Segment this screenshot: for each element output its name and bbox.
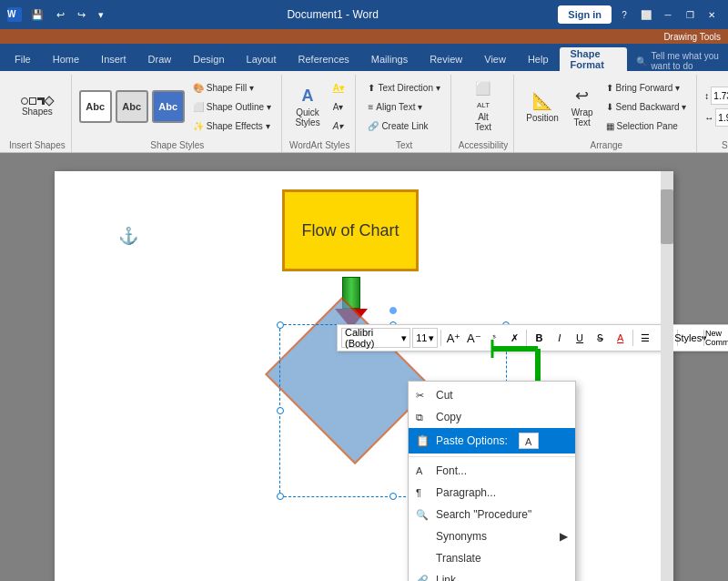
- tab-help[interactable]: Help: [517, 47, 560, 71]
- minimize-button[interactable]: ─: [659, 7, 677, 22]
- position-icon: 📐: [532, 91, 552, 111]
- customize-qat-button[interactable]: ▾: [95, 8, 107, 22]
- tell-me-area[interactable]: 🔍 Tell me what you want to do: [636, 51, 724, 71]
- ctx-paragraph[interactable]: ¶ Paragraph...: [409, 482, 575, 504]
- fill-icon: 🎨: [193, 83, 204, 93]
- toolbar-divider-1: [440, 330, 441, 346]
- ctx-font[interactable]: A Font...: [409, 460, 575, 482]
- bring-forward-button[interactable]: ⬆ Bring Forward ▾: [602, 78, 692, 97]
- wrap-icon: ↩: [575, 86, 589, 106]
- styles-button[interactable]: Styles▾: [681, 328, 701, 348]
- synonyms-arrow: ▶: [560, 530, 568, 543]
- group-size: ↕ ↔ Size: [699, 75, 728, 152]
- shape-fill-button[interactable]: 🎨 Shape Fill ▾: [188, 78, 276, 97]
- ctx-cut[interactable]: ✂ Cut: [409, 384, 575, 406]
- height-input[interactable]: [711, 87, 728, 105]
- flow-chart-text: Flow of Chart: [301, 221, 399, 240]
- ribbon-tabs: File Home Insert Draw Design Layout Refe…: [0, 44, 728, 71]
- document-page: ⚓ Flow of Chart: [55, 171, 673, 581]
- text-effects-button[interactable]: A▾: [329, 117, 349, 135]
- handle-bm[interactable]: [389, 493, 397, 500]
- ctx-cut-label: Cut: [436, 389, 453, 402]
- ctx-paste-options[interactable]: 📋 Paste Options: A: [409, 428, 575, 454]
- font-size-select[interactable]: 11 ▾: [412, 328, 438, 348]
- handle-ml[interactable]: [277, 407, 284, 414]
- text-fill-button[interactable]: A▾: [329, 78, 349, 97]
- accessibility-content: ⬜ALT AltText: [469, 75, 498, 138]
- font-name-select[interactable]: Calibri (Body) ▾: [341, 328, 410, 348]
- shape-style-2[interactable]: Abc: [116, 90, 148, 123]
- tab-references[interactable]: References: [288, 47, 360, 71]
- ctx-synonyms[interactable]: Synonyms ▶: [409, 525, 575, 547]
- text-fill-group: A▾ A▾ A▾: [329, 78, 349, 135]
- text-direction-button[interactable]: ⬆ Text Direction ▾: [363, 78, 444, 97]
- alt-text-button[interactable]: ⬜ALT AltText: [469, 81, 498, 132]
- width-icon: ↔: [704, 113, 713, 123]
- group-insert-shapes: Shapes Insert Shapes: [4, 75, 72, 152]
- restore-button[interactable]: ❐: [681, 7, 699, 22]
- search-ctx-icon: 🔍: [416, 509, 429, 521]
- flow-chart-box[interactable]: Flow of Chart: [282, 189, 419, 271]
- signin-button[interactable]: Sign in: [558, 5, 612, 24]
- ctx-link-label: Link: [436, 574, 456, 581]
- text-outline-button[interactable]: A▾: [329, 97, 349, 116]
- group-accessibility: ⬜ALT AltText Accessibility: [453, 75, 514, 152]
- drawing-tools-label: Drawing Tools: [663, 32, 721, 42]
- wrap-text-button[interactable]: ↩ WrapText: [567, 81, 598, 132]
- close-button[interactable]: ✕: [703, 7, 721, 22]
- wrap-label: WrapText: [571, 107, 593, 127]
- tell-me-text: Tell me what you want to do: [651, 51, 724, 71]
- ctx-translate[interactable]: Translate: [409, 547, 575, 569]
- accessibility-label: Accessibility: [459, 138, 508, 152]
- shape-effects-button[interactable]: ✨ Shape Effects ▾: [188, 117, 276, 135]
- tab-insert[interactable]: Insert: [90, 47, 137, 71]
- tab-home[interactable]: Home: [42, 47, 90, 71]
- tab-layout[interactable]: Layout: [236, 47, 288, 71]
- create-link-button[interactable]: 🔗 Create Link: [363, 117, 444, 135]
- quick-styles-button[interactable]: A QuickStyles: [290, 81, 324, 132]
- help-button[interactable]: ?: [615, 7, 633, 22]
- ctx-search[interactable]: 🔍 Search "Procedure": [409, 504, 575, 525]
- font-size-arrow: ▾: [429, 332, 434, 344]
- font-color-button[interactable]: A: [612, 328, 630, 348]
- shape-outline-button[interactable]: ⬜ Shape Outline ▾: [188, 97, 276, 116]
- handle-rotate[interactable]: [389, 307, 397, 314]
- size-content: ↕ ↔: [704, 75, 728, 138]
- send-backward-button[interactable]: ⬇ Send Backward ▾: [602, 97, 692, 116]
- vertical-scrollbar[interactable]: [661, 171, 673, 581]
- shape-style-1[interactable]: Abc: [79, 90, 112, 123]
- ctx-translate-label: Translate: [436, 552, 481, 565]
- shrink-font-button[interactable]: A⁻: [465, 328, 483, 348]
- shapes-button[interactable]: Shapes: [16, 81, 57, 132]
- align-text-button[interactable]: ≡ Align Text ▾: [363, 97, 444, 116]
- tab-mailings[interactable]: Mailings: [360, 47, 419, 71]
- width-input[interactable]: [715, 108, 728, 127]
- arrange-label: Arrange: [590, 138, 622, 152]
- ctx-link[interactable]: 🔗 Link: [409, 569, 575, 581]
- tab-shape-format[interactable]: Shape Format: [560, 47, 628, 71]
- handle-tl[interactable]: [277, 321, 284, 329]
- position-button[interactable]: 📐 Position: [521, 81, 563, 132]
- tab-file[interactable]: File: [4, 47, 42, 71]
- ribbon-display-button[interactable]: ⬜: [637, 7, 655, 22]
- underline-button[interactable]: U: [571, 328, 589, 348]
- tab-draw[interactable]: Draw: [137, 47, 183, 71]
- save-button[interactable]: 💾: [27, 8, 47, 22]
- handle-bl[interactable]: [277, 493, 284, 500]
- undo-button[interactable]: ↩: [53, 8, 68, 22]
- redo-button[interactable]: ↪: [74, 8, 89, 22]
- tab-review[interactable]: Review: [419, 47, 473, 71]
- grow-font-button[interactable]: A⁺: [444, 328, 462, 348]
- strikethrough-button[interactable]: S̶: [591, 328, 609, 348]
- size-label: Size: [722, 138, 728, 152]
- text-label: Text: [396, 138, 412, 152]
- ctx-copy[interactable]: ⧉ Copy: [409, 406, 575, 428]
- paste-option-icon[interactable]: A: [519, 433, 539, 449]
- scrollbar-thumb[interactable]: [661, 189, 673, 244]
- tab-view[interactable]: View: [473, 47, 517, 71]
- bullets-button[interactable]: ☰: [636, 328, 654, 348]
- shape-style-3[interactable]: Abc: [152, 90, 185, 123]
- selection-pane-button[interactable]: ▦ Selection Pane: [602, 117, 692, 135]
- tab-design[interactable]: Design: [182, 47, 235, 71]
- new-comment-button[interactable]: NewComment: [707, 328, 728, 348]
